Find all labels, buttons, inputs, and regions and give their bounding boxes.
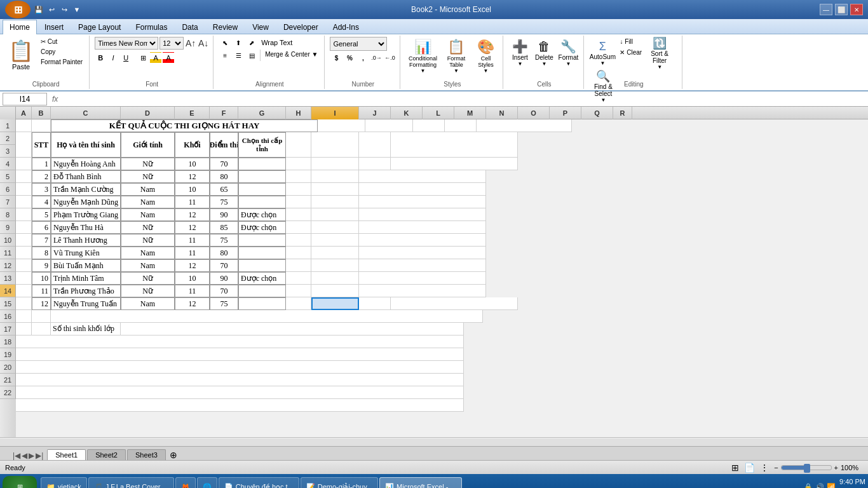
cell-d14[interactable]: Nam: [121, 297, 175, 310]
cell-g12[interactable]: Được chọn: [238, 272, 286, 285]
start-button[interactable]: ⊞: [3, 476, 37, 488]
cell-rest4[interactable]: [359, 170, 486, 183]
cell-rest14[interactable]: [391, 297, 518, 310]
cell-b12[interactable]: 10: [32, 272, 51, 285]
cell-d13[interactable]: Nữ: [121, 285, 175, 297]
cell-f13[interactable]: 70: [210, 285, 238, 297]
cell-g5[interactable]: [238, 183, 286, 196]
cell-i14[interactable]: [311, 297, 359, 310]
merge-center-button[interactable]: Merge & Center ▼: [262, 50, 320, 61]
cell-c8[interactable]: Nguyễn Thu Hà: [51, 221, 121, 234]
sheet-tab-1[interactable]: Sheet1: [47, 449, 86, 460]
cell-f5[interactable]: 65: [210, 183, 238, 196]
cell-b2[interactable]: STT: [32, 132, 51, 158]
decrease-font-btn[interactable]: A↓: [198, 37, 209, 49]
cell-h1[interactable]: [318, 119, 365, 132]
cell-a10[interactable]: [16, 247, 32, 259]
cell-c3[interactable]: Nguyễn Hoàng Anh: [51, 158, 121, 170]
cell-e9[interactable]: 11: [175, 234, 210, 247]
col-header-o[interactable]: O: [518, 107, 550, 119]
col-header-b[interactable]: B: [32, 107, 51, 119]
cell-e3[interactable]: 10: [175, 158, 210, 170]
taskbar-item-ie[interactable]: 🌐: [197, 477, 217, 488]
cell-f2[interactable]: Điểm thi: [210, 132, 238, 158]
cell-c5[interactable]: Trần Mạnh Cường: [51, 183, 121, 196]
cell-d7[interactable]: Nam: [121, 208, 175, 221]
cell-j14[interactable]: [359, 297, 391, 310]
copy-button[interactable]: Copy: [38, 47, 85, 57]
cell-f7[interactable]: 90: [210, 208, 238, 221]
cell-f9[interactable]: 75: [210, 234, 238, 247]
cell-a8[interactable]: [16, 221, 32, 234]
cut-button[interactable]: ✂ Cut: [38, 37, 85, 46]
cell-c13[interactable]: Trần Phương Thảo: [51, 285, 121, 297]
cell-j1[interactable]: [413, 119, 445, 132]
cell-rest6[interactable]: [359, 196, 486, 208]
cell-rest12[interactable]: [359, 272, 486, 285]
comma-btn[interactable]: ,: [356, 52, 369, 64]
sheet-tab-3[interactable]: Sheet3: [127, 449, 166, 460]
col-header-r[interactable]: R: [613, 107, 632, 119]
cell-b5[interactable]: 3: [32, 183, 51, 196]
cell-b9[interactable]: 7: [32, 234, 51, 247]
cell-h4[interactable]: [286, 170, 311, 183]
cell-f12[interactable]: 90: [210, 272, 238, 285]
cell-c4[interactable]: Đỗ Thanh Bình: [51, 170, 121, 183]
more-qat-btn[interactable]: ▼: [71, 4, 83, 15]
col-header-q[interactable]: Q: [581, 107, 613, 119]
sheet-nav-prev[interactable]: ◀: [22, 451, 27, 460]
cell-i1[interactable]: [365, 119, 413, 132]
undo-qat-btn[interactable]: ↩: [46, 4, 57, 15]
row-num-8[interactable]: 8: [0, 208, 16, 221]
cell-b16[interactable]: [32, 323, 51, 336]
cell-row18[interactable]: [16, 348, 464, 361]
cell-a15[interactable]: [16, 310, 32, 323]
cell-d9[interactable]: Nữ: [121, 234, 175, 247]
insert-button[interactable]: ➕ Insert ▼: [508, 37, 531, 69]
cell-rest16[interactable]: [121, 323, 464, 336]
cell-row20[interactable]: [16, 374, 464, 386]
cell-h8[interactable]: [286, 221, 311, 234]
cell-i13[interactable]: [311, 285, 359, 297]
cell-d2[interactable]: Giới tính: [121, 132, 175, 158]
row-num-4[interactable]: 4: [0, 158, 16, 170]
cell-c16[interactable]: Số thi sinh khối lớp: [51, 323, 121, 336]
cell-i10[interactable]: [311, 247, 359, 259]
cell-d12[interactable]: Nữ: [121, 272, 175, 285]
cell-h2[interactable]: [286, 132, 311, 158]
cell-h14[interactable]: [286, 297, 311, 310]
formula-input[interactable]: [63, 93, 865, 105]
cell-a5[interactable]: [16, 183, 32, 196]
cell-h9[interactable]: [286, 234, 311, 247]
cell-j2[interactable]: [359, 132, 391, 158]
row-num-7[interactable]: 7: [0, 196, 16, 208]
horizontal-scrollbar[interactable]: [0, 437, 868, 446]
row-num-2[interactable]: 2: [0, 132, 16, 145]
cell-rest13[interactable]: [359, 285, 486, 297]
cell-i9[interactable]: [311, 234, 359, 247]
decrease-decimal-btn[interactable]: ←.0: [383, 52, 396, 64]
cell-g13[interactable]: [238, 285, 286, 297]
cell-row21[interactable]: [16, 386, 464, 399]
row-num-10[interactable]: 10: [0, 234, 16, 247]
tab-page-layout[interactable]: Page Layout: [71, 20, 128, 34]
row-num-18[interactable]: 18: [0, 336, 16, 348]
cell-d11[interactable]: Nam: [121, 259, 175, 272]
col-header-m[interactable]: M: [454, 107, 486, 119]
cell-f11[interactable]: 70: [210, 259, 238, 272]
cell-rest11[interactable]: [359, 259, 486, 272]
italic-button[interactable]: I: [107, 52, 119, 64]
cell-b1[interactable]: [32, 119, 51, 132]
tab-view[interactable]: View: [245, 20, 276, 34]
align-top-center-btn[interactable]: ⬆: [232, 37, 245, 48]
cell-h7[interactable]: [286, 208, 311, 221]
cell-e11[interactable]: 12: [175, 259, 210, 272]
row-num-13[interactable]: 13: [0, 272, 16, 285]
cell-e12[interactable]: 10: [175, 272, 210, 285]
cell-b8[interactable]: 6: [32, 221, 51, 234]
cell-a2[interactable]: [16, 132, 32, 158]
cell-g9[interactable]: [238, 234, 286, 247]
cell-e10[interactable]: 11: [175, 247, 210, 259]
cell-e4[interactable]: 12: [175, 170, 210, 183]
increase-decimal-btn[interactable]: .0→: [370, 52, 383, 64]
